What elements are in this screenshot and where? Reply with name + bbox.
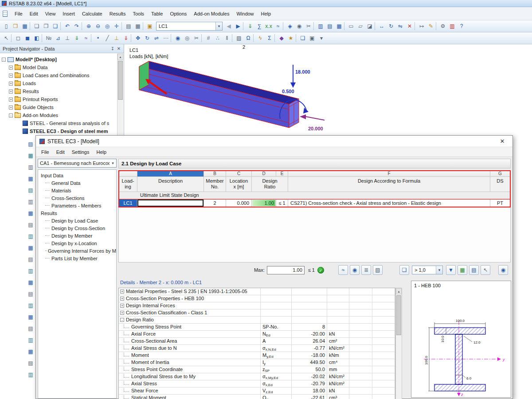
separator[interactable] (91, 34, 93, 42)
load-case-combo[interactable]: LC1 ▾ (156, 22, 223, 31)
separator[interactable] (30, 22, 32, 30)
details-row[interactable]: - Design Ratio (119, 317, 395, 324)
snap-icon[interactable]: ∴ (213, 34, 222, 43)
zoom-window-icon[interactable]: ◎ (103, 22, 112, 31)
table-1-icon[interactable]: ▥ (316, 22, 325, 31)
dialog-tree-item[interactable]: Results (38, 209, 116, 217)
screenshot-icon[interactable]: ▣ (308, 34, 317, 43)
pan-icon[interactable]: ✛ (112, 22, 121, 31)
new-node-icon[interactable]: • (94, 34, 102, 43)
view-xz-icon[interactable]: ▱ (356, 22, 365, 31)
separator[interactable] (243, 22, 245, 30)
column-letter[interactable]: F (288, 171, 490, 177)
dimension-icon[interactable]: ↦ (417, 22, 426, 31)
menu-item[interactable]: Help (258, 10, 275, 18)
render-transparent-icon[interactable]: ◧ (32, 34, 41, 43)
dialog-titlebar[interactable]: STEEL EC3 - [Modell] ✕ (36, 136, 512, 147)
visibility-mode-button[interactable]: ◉ (350, 265, 360, 275)
dialog-tree-item[interactable]: Cross-Sections (38, 194, 116, 202)
copy-icon[interactable]: ❑ (51, 22, 60, 31)
details-scrollbar[interactable]: ▲ (395, 288, 402, 399)
menu-item[interactable]: Insert (59, 10, 78, 18)
column-letter[interactable]: A (137, 171, 204, 177)
tree-expander-icon[interactable]: - (2, 58, 6, 62)
details-row[interactable]: Governing Stress Point SP-No. 8 (119, 324, 395, 331)
table-shortcut-icon[interactable]: ▥ (27, 371, 34, 378)
column-letter[interactable]: E (276, 171, 288, 177)
separator[interactable] (131, 34, 133, 42)
menu-item[interactable]: Options (166, 10, 190, 18)
dialog-menu-item[interactable]: File (38, 148, 53, 156)
column-letter[interactable]: B (204, 171, 226, 177)
separator[interactable] (82, 22, 84, 30)
table-shortcut-icon[interactable]: ▦ (27, 152, 34, 159)
chevron-down-icon[interactable]: ▾ (110, 161, 116, 165)
menu-item[interactable]: Add-on Modules (190, 10, 233, 18)
table-shortcut-icon[interactable]: ▦ (27, 279, 34, 286)
show-deformation-icon[interactable]: ≈ (82, 34, 90, 43)
dropdown-arrow-icon[interactable]: ▾ (317, 34, 326, 43)
print-preview-icon[interactable]: ❐ (42, 22, 51, 31)
excel-export-button[interactable]: ▦ (458, 265, 467, 275)
dialog-tree-item[interactable]: Input Data (38, 172, 116, 179)
dialog-menu-item[interactable]: Help (93, 148, 110, 156)
details-row[interactable]: Axial Force NEd -20.00 kN (119, 331, 395, 338)
column-letter[interactable]: C (226, 171, 252, 177)
cell-design-situation[interactable]: PT (490, 200, 510, 207)
scrollbar-thumb[interactable] (396, 295, 401, 335)
dialog-menu-item[interactable]: Settings (68, 148, 93, 156)
table-row[interactable]: LC1 2 0.000 1.00 ≤ 1 CS271) Cross-sectio… (119, 199, 510, 207)
show-loads-icon[interactable]: ⇓ (246, 22, 254, 31)
load-case-list-icon[interactable]: ▣ (145, 22, 154, 31)
select-arrow-icon[interactable]: ↖ (2, 34, 11, 43)
zoom-out-icon[interactable]: ⊖ (94, 22, 102, 31)
table-shortcut-icon[interactable]: ▦ (27, 210, 34, 217)
table-3-icon[interactable]: ▦ (335, 22, 344, 31)
addon-modules-icon[interactable]: ◆ (277, 34, 286, 43)
tree-expander-icon[interactable]: + (9, 74, 13, 78)
menu-item[interactable]: Results (106, 10, 129, 18)
help-icon[interactable]: ? (457, 22, 466, 31)
show-axes-icon[interactable]: ⊿ (54, 34, 63, 43)
new-file-icon[interactable]: ▯ (2, 22, 11, 31)
table-shortcut-icon[interactable]: ▤ (27, 290, 34, 297)
separator[interactable] (313, 22, 316, 30)
open-file-icon[interactable]: ❒ (11, 22, 20, 31)
new-member-icon[interactable]: ╱ (103, 34, 112, 43)
table-2-icon[interactable]: ▤ (325, 22, 334, 31)
separator[interactable] (415, 22, 417, 30)
move-icon[interactable]: ↔ (377, 22, 386, 31)
tree-expander-icon[interactable]: + (9, 66, 13, 70)
result-diagrams-button[interactable]: ≈ (338, 265, 348, 275)
generate-load-icon[interactable]: ϟ (256, 34, 265, 43)
tree-expander-icon[interactable]: + (9, 98, 13, 102)
guidelines-icon[interactable]: ‖ (223, 34, 231, 43)
dialog-tree-item[interactable]: Design by Cross-Section (38, 224, 116, 232)
close-icon[interactable]: ✕ (116, 46, 122, 51)
clipping-icon[interactable]: ✂ (304, 22, 313, 31)
separator[interactable] (283, 22, 285, 30)
dialog-menu-item[interactable]: Edit (53, 148, 68, 156)
separator[interactable] (60, 22, 63, 30)
separator[interactable] (253, 34, 255, 42)
new-load-icon[interactable]: ⇓ (121, 34, 130, 43)
visibility-modes-icon[interactable]: ◉ (173, 34, 182, 43)
tree-item[interactable]: + Printout Reports (0, 95, 124, 103)
previous-load-case-icon[interactable]: ◀ (224, 22, 233, 31)
relation-scales-button[interactable]: ≣ (361, 265, 371, 275)
menu-item[interactable]: Table (148, 10, 166, 18)
details-expander-icon[interactable]: + (120, 297, 124, 301)
cell-description[interactable] (137, 200, 204, 207)
table-shortcut-icon[interactable]: ▦ (27, 244, 34, 251)
edit-mirror-icon[interactable]: ⇌ (152, 34, 161, 43)
cell-load-case[interactable]: LC1 (119, 200, 137, 207)
tree-expander-icon[interactable]: + (9, 106, 13, 110)
table-shortcut-icon[interactable]: ▥ (27, 164, 34, 171)
scroll-up-icon[interactable]: ▲ (117, 54, 123, 60)
separator[interactable] (121, 22, 124, 30)
panel-toggle-icon[interactable]: ▥ (448, 22, 457, 31)
separator[interactable] (296, 34, 298, 42)
separator[interactable] (375, 22, 377, 30)
section-cut-icon[interactable]: ✂ (192, 34, 201, 43)
document-icon[interactable] (3, 11, 8, 17)
